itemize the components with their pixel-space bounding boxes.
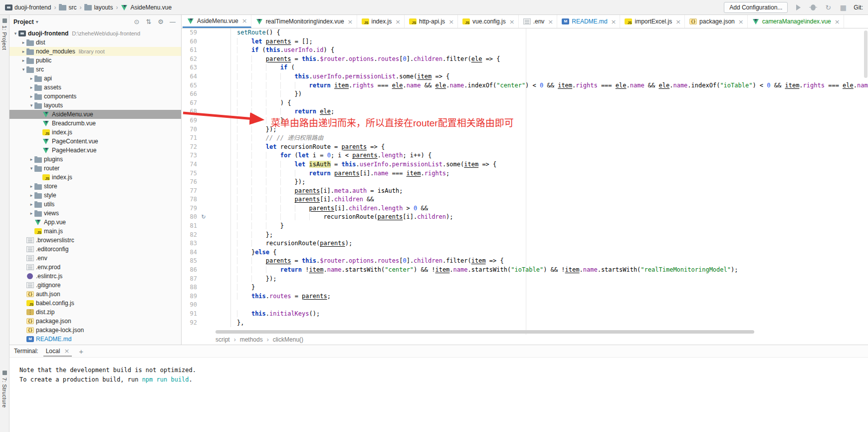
tree-item[interactable]: ▸plugins	[9, 155, 181, 164]
editor-tab[interactable]: index.js×	[357, 15, 405, 28]
tree-item[interactable]: ▾layouts	[9, 101, 181, 110]
chevron-right-icon[interactable]: ▸	[20, 58, 26, 63]
chevron-right-icon[interactable]: ▸	[28, 211, 34, 216]
close-icon[interactable]: ×	[509, 18, 515, 25]
terminal-tab-local[interactable]: Local ×	[43, 346, 72, 357]
chevron-right-icon[interactable]: ▸	[28, 85, 34, 90]
tree-item[interactable]: ▾router	[9, 164, 181, 173]
editor-tab[interactable]: vue.config.js×	[458, 15, 519, 28]
code-line[interactable]: 70 });	[182, 125, 868, 134]
editor-tab[interactable]: README.md×	[557, 15, 620, 28]
chevron-right-icon[interactable]: ▸	[28, 193, 34, 198]
code-line[interactable]: 90	[182, 301, 868, 310]
tree-item[interactable]: ▸views	[9, 209, 181, 218]
tree-item[interactable]: .editorconfig	[9, 245, 181, 254]
tree-item[interactable]: App.vue	[9, 218, 181, 227]
code-line[interactable]: 89 this.routes = parents;	[182, 292, 868, 301]
code-line[interactable]: 82 };	[182, 231, 868, 240]
tree-item[interactable]: ▸style	[9, 191, 181, 200]
locate-file-icon[interactable]: ⊙	[132, 18, 141, 25]
chevron-right-icon[interactable]: ▸	[28, 76, 34, 81]
chevron-down-icon[interactable]: ▾	[28, 166, 34, 171]
git-label[interactable]: Git:	[854, 4, 863, 11]
tree-item[interactable]: package-lock.json	[9, 326, 181, 335]
chevron-right-icon[interactable]: ▸	[28, 157, 34, 162]
editor-breadcrumb-item[interactable]: script	[216, 336, 230, 343]
tree-item[interactable]: AsideMenu.vue	[9, 110, 181, 119]
close-icon[interactable]: ×	[675, 18, 681, 25]
tree-item[interactable]: .gitignore	[9, 281, 181, 290]
add-configuration-button[interactable]: Add Configuration...	[724, 2, 788, 13]
tree-item[interactable]: dist.zip	[9, 308, 181, 317]
chevron-down-icon[interactable]: ▾	[20, 67, 26, 72]
sync-icon[interactable]: ↻	[824, 3, 833, 12]
breadcrumb-item[interactable]: AsideMenu.vue	[121, 4, 172, 11]
breadcrumb-item[interactable]: layouts	[84, 4, 113, 11]
code-line[interactable]: 76 });	[182, 178, 868, 187]
code-line[interactable]: 72 let recursionRoute = parents => {	[182, 143, 868, 152]
tree-item[interactable]: ▸components	[9, 92, 181, 101]
tree-item[interactable]: .eslintrc.js	[9, 272, 181, 281]
code-line[interactable]: 85 parents = this.$router.options.routes…	[182, 257, 868, 266]
tree-item[interactable]: package.json	[9, 317, 181, 326]
code-line[interactable]: 66 })	[182, 90, 868, 99]
code-line[interactable]: 77 parents[i].meta.auth = isAuth;	[182, 187, 868, 196]
tree-item[interactable]: PageHeader.vue	[9, 146, 181, 155]
chevron-right-icon[interactable]: ▸	[20, 40, 26, 45]
tree-item[interactable]: .env	[9, 254, 181, 263]
close-icon[interactable]: ×	[242, 17, 247, 24]
code-line[interactable]: 68 return ele;	[182, 107, 868, 116]
code-line[interactable]: 74 let isAuth = this.userInfo.permission…	[182, 160, 868, 169]
tree-item[interactable]: PageContent.vue	[9, 137, 181, 146]
close-icon[interactable]: ×	[738, 18, 744, 25]
tree-item[interactable]: Breadcrumb.vue	[9, 119, 181, 128]
code-line[interactable]: 61 if (this.userInfo.id) {	[182, 46, 868, 55]
editor-breadcrumb-item[interactable]: methods	[240, 336, 263, 343]
code-line[interactable]: 83 recursionRoute(parents);	[182, 239, 868, 248]
code-line[interactable]: 63 if (	[182, 63, 868, 72]
tree-item[interactable]: README.md	[9, 335, 181, 344]
tree-item[interactable]: babel.config.js	[9, 299, 181, 308]
chevron-down-icon[interactable]: ▾	[12, 31, 18, 36]
code-line[interactable]: 87 });	[182, 275, 868, 284]
editor-tab[interactable]: AsideMenu.vue×	[183, 15, 251, 28]
code-line[interactable]: 75 return parents[i].name === item.right…	[182, 169, 868, 178]
tree-item[interactable]: ▸assets	[9, 83, 181, 92]
tree-item[interactable]: main.js	[9, 227, 181, 236]
code-line[interactable]: 81 }	[182, 222, 868, 231]
chevron-right-icon[interactable]: ▸	[28, 202, 34, 207]
new-terminal-icon[interactable]: +	[77, 347, 85, 356]
code-line[interactable]: 62 parents = this.$router.options.routes…	[182, 55, 868, 64]
close-icon[interactable]: ×	[64, 347, 69, 355]
editor-tab[interactable]: realTimeMonitoring\index.vue×	[251, 15, 357, 28]
code-line[interactable]: 60 let parents = [];	[182, 37, 868, 46]
tree-item[interactable]: ▾src	[9, 65, 181, 74]
project-view-selector[interactable]: Project ▾	[13, 18, 38, 25]
terminal-output[interactable]: Note that the development build is not o…	[9, 358, 868, 385]
tree-item[interactable]: ▸dist	[9, 38, 181, 47]
tree-item[interactable]: ▸api	[9, 74, 181, 83]
breadcrumb-item[interactable]: src	[59, 4, 76, 11]
tree-item[interactable]: ▸utils	[9, 200, 181, 209]
tree-item[interactable]: index.js	[9, 173, 181, 182]
hide-panel-icon[interactable]: —	[168, 18, 177, 25]
horizontal-scrollbar[interactable]	[216, 330, 754, 334]
close-icon[interactable]: ×	[835, 18, 840, 25]
editor-breadcrumb-item[interactable]: clickMenu()	[273, 336, 303, 343]
tree-item[interactable]: auth.json	[9, 290, 181, 299]
tree-item[interactable]: .browserslistrc	[9, 236, 181, 245]
breadcrumb-item[interactable]: duoji-frontend	[5, 4, 51, 11]
settings-gear-icon[interactable]: ⚙	[156, 18, 165, 25]
code-line[interactable]: 88 }	[182, 283, 868, 292]
editor-tab[interactable]: http-api.js×	[405, 15, 458, 28]
code-line[interactable]: 64 this.userInfo.permissionList.some(ite…	[182, 72, 868, 81]
code-line[interactable]: 73 for (let i = 0; i < parents.length; i…	[182, 151, 868, 160]
code-line[interactable]: 79 parents[i].children.length > 0 &&	[182, 204, 868, 213]
chevron-right-icon[interactable]: ▸	[20, 49, 26, 54]
recursive-call-icon[interactable]: ↻	[200, 213, 208, 222]
editor-tab[interactable]: cameraManage\index.vue×	[748, 15, 844, 28]
code-line[interactable]: 91 this.initialKeys();	[182, 310, 868, 319]
tree-item[interactable]: index.js	[9, 128, 181, 137]
close-icon[interactable]: ×	[448, 18, 454, 25]
code-line[interactable]: 80↻ recursionRoute(parents[i].children);	[182, 213, 868, 222]
